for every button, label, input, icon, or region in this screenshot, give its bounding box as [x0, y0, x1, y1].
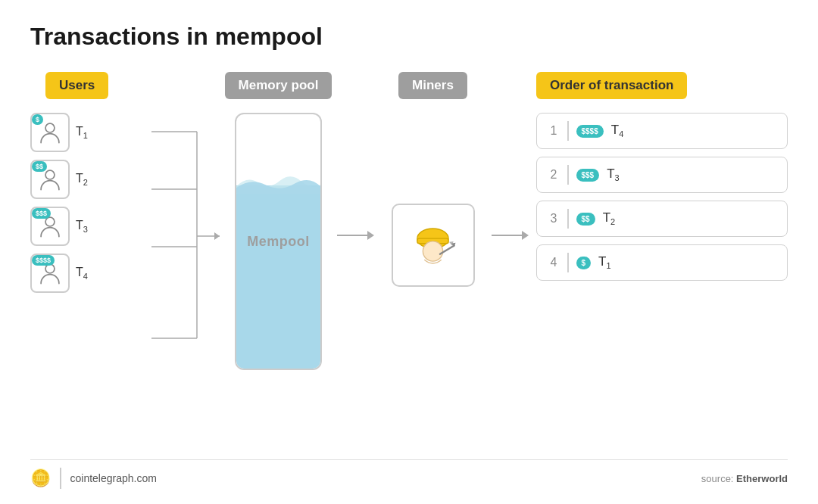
- mempool-to-miner-arrow: [337, 231, 374, 240]
- footer-site: cointelegraph.com: [70, 472, 157, 484]
- mempool-header: Memory pool: [225, 72, 333, 99]
- order-tx-2: T3: [607, 166, 620, 182]
- footer-source-prefix: source:: [701, 473, 736, 484]
- order-badge-3: $$: [576, 213, 595, 226]
- footer-source: source: Etherworld: [701, 473, 788, 484]
- cointelegraph-logo-icon: 🪙: [30, 468, 51, 488]
- user-item-t1: $ T1: [30, 113, 151, 152]
- order-badge-1: $$$$: [576, 125, 604, 138]
- miners-header: Miners: [398, 72, 467, 99]
- order-list: 1 $$$$ T4 2 $$$ T3 3 $$ T2: [529, 113, 788, 281]
- svg-marker-10: [214, 232, 220, 240]
- users-to-mempool-lines: [151, 111, 220, 384]
- order-header: Order of transaction: [536, 72, 687, 99]
- user-item-t4: $$$$ T4: [30, 254, 151, 293]
- order-item-2: 2 $$$ T3: [536, 157, 788, 193]
- user-item-t2: $$ T2: [30, 160, 151, 199]
- svg-point-0: [45, 123, 55, 132]
- order-item-3: 3 $$ T2: [536, 201, 788, 237]
- footer-left: 🪙 cointelegraph.com: [30, 468, 157, 489]
- mempool-water: [236, 185, 320, 369]
- arrow-head-1: [367, 231, 374, 240]
- users-header: Users: [45, 72, 108, 99]
- user-badge-t1: $: [32, 114, 43, 125]
- order-num-2: 2: [548, 168, 560, 182]
- svg-point-13: [423, 241, 442, 260]
- order-num-3: 3: [548, 212, 560, 226]
- order-divider-3: [567, 209, 569, 229]
- order-column: Order of transaction 1 $$$$ T4 2 $$$ T3 …: [529, 72, 788, 281]
- miners-column: Miners: [374, 72, 492, 287]
- miner-box: [392, 204, 475, 287]
- user-label-t2: T2: [76, 172, 88, 187]
- mempool-box: Mempool: [235, 113, 322, 370]
- svg-point-2: [45, 217, 55, 226]
- user-badge-t2: $$: [32, 161, 47, 172]
- order-badge-4: $: [576, 257, 592, 269]
- miner-to-order-arrow: [492, 231, 529, 240]
- user-icon-t2: $$: [30, 160, 70, 199]
- users-column: Users $ T1 $$: [30, 72, 151, 293]
- order-tx-4: T1: [598, 254, 611, 270]
- user-label-t4: T4: [76, 266, 88, 281]
- arrow-head-2: [522, 231, 529, 240]
- order-divider-4: [567, 253, 569, 272]
- order-divider-2: [567, 165, 569, 185]
- page-title: Transactions in mempool: [30, 23, 788, 51]
- user-badge-t4: $$$$: [32, 255, 55, 266]
- diagram-area: Users $ T1 $$: [30, 72, 788, 453]
- mempool-label: Mempool: [247, 234, 310, 250]
- user-label-t3: T3: [76, 219, 88, 234]
- order-num-4: 4: [548, 256, 560, 269]
- footer: 🪙 cointelegraph.com source: Etherworld: [30, 459, 788, 489]
- user-icon-t3: $$$: [30, 207, 70, 246]
- order-divider-1: [567, 121, 569, 141]
- footer-divider: [60, 468, 61, 489]
- order-item-1: 1 $$$$ T4: [536, 113, 788, 149]
- order-tx-3: T2: [603, 210, 616, 226]
- miner-icon: [404, 217, 461, 274]
- arrow-line-1: [337, 235, 367, 236]
- order-badge-2: $$$: [576, 169, 600, 182]
- user-list: $ T1 $$: [30, 113, 151, 293]
- user-item-t3: $$$ T3: [30, 207, 151, 246]
- user-icon-t1: $: [30, 113, 70, 152]
- order-item-4: 4 $ T1: [536, 244, 788, 281]
- footer-source-name: Etherworld: [736, 473, 788, 484]
- mempool-column: Memory pool Mempool: [220, 72, 337, 370]
- arrow-line-2: [492, 235, 522, 236]
- order-tx-1: T4: [611, 123, 624, 138]
- svg-point-1: [45, 170, 55, 179]
- order-num-1: 1: [548, 124, 560, 138]
- user-icon-t4: $$$$: [30, 254, 70, 293]
- user-badge-t3: $$$: [32, 208, 51, 219]
- page-container: Transactions in mempool Users $ T1: [0, 0, 818, 504]
- mempool-wave-svg: [236, 172, 320, 194]
- user-label-t1: T1: [76, 125, 88, 140]
